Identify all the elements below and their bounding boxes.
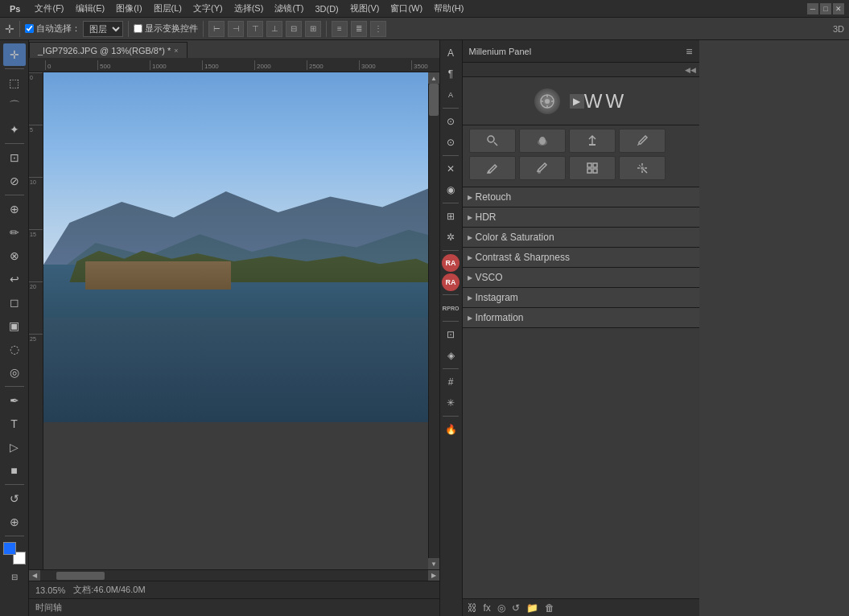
strip-icon-pro[interactable]: RPRO: [441, 298, 460, 318]
align-center-h-icon[interactable]: ⊣: [228, 21, 244, 37]
section-instagram-header[interactable]: ▶ Instagram: [463, 288, 699, 307]
bottom-folder-icon[interactable]: 📁: [526, 602, 538, 614]
strip-icon-A[interactable]: A: [441, 43, 460, 63]
bottom-adjust-icon[interactable]: ↺: [512, 602, 520, 614]
bottom-link-icon[interactable]: ⛓: [468, 602, 477, 614]
strip-icon-A2[interactable]: A: [441, 85, 460, 105]
strip-icon-hashtag[interactable]: #: [441, 372, 460, 392]
strip-icon-star[interactable]: ✳: [441, 393, 460, 413]
section-hdr-header[interactable]: ▶ HDR: [463, 207, 699, 227]
strip-icon-circle[interactable]: ⊙: [441, 112, 460, 131]
scroll-track-horizontal[interactable]: [40, 571, 428, 581]
text-tool[interactable]: T: [3, 413, 26, 435]
auto-select-checkbox[interactable]: 自动选择： 图层: [25, 21, 123, 37]
menu-layer[interactable]: 图层(L): [149, 1, 187, 16]
section-color-saturation-header[interactable]: ▶ Color & Saturation: [463, 228, 699, 247]
distribute-icon[interactable]: ≡: [332, 21, 348, 37]
panel-icon-search[interactable]: [469, 129, 516, 153]
healing-brush-tool[interactable]: ⊕: [3, 198, 26, 220]
distribute3-icon[interactable]: ⋮: [370, 21, 386, 37]
path-selection-tool[interactable]: ▷: [3, 436, 26, 458]
strip-icon-cube[interactable]: ⊡: [441, 325, 460, 344]
auto-select-input[interactable]: [25, 24, 34, 33]
menu-select[interactable]: 选择(S): [229, 1, 269, 16]
screen-mode-tool[interactable]: ⊟: [3, 565, 26, 588]
strip-icon-tools[interactable]: ✕: [441, 159, 460, 179]
menu-filter[interactable]: 滤镜(T): [270, 1, 308, 16]
blur-tool[interactable]: ◌: [3, 338, 26, 360]
gradient-tool[interactable]: ▣: [3, 314, 26, 337]
panel-icon-brush[interactable]: [619, 129, 666, 153]
panel-icon-grid-squares[interactable]: [569, 156, 616, 180]
move-tool[interactable]: ✛: [3, 43, 26, 66]
eraser-tool[interactable]: ◻: [3, 291, 26, 314]
marquee-tool[interactable]: ⬚: [3, 72, 26, 94]
tab-close-button[interactable]: ×: [174, 47, 178, 55]
scroll-down-button[interactable]: ▼: [428, 558, 439, 569]
foreground-color-swatch[interactable]: [3, 542, 16, 555]
play-button[interactable]: ▶: [570, 94, 584, 109]
strip-icon-paragraph[interactable]: ¶: [441, 64, 460, 84]
eyedropper-tool[interactable]: ⊘: [3, 170, 26, 192]
section-information-header[interactable]: ▶ Information: [463, 308, 699, 327]
strip-icon-ra2[interactable]: RA: [442, 273, 460, 291]
align-center-v-icon[interactable]: ⊟: [286, 21, 302, 37]
panel-menu-button[interactable]: ≡: [686, 45, 692, 58]
align-right-icon[interactable]: ⊤: [247, 21, 263, 37]
scroll-track-vertical[interactable]: [429, 84, 439, 558]
crop-tool[interactable]: ⊡: [3, 146, 26, 169]
align-top-icon[interactable]: ⊥: [266, 21, 282, 37]
strip-icon-ra1[interactable]: RA: [442, 254, 460, 272]
menu-3d[interactable]: 3D(D): [310, 2, 343, 15]
scroll-right-button[interactable]: ▶: [428, 570, 439, 581]
section-vsco-header[interactable]: ▶ VSCO: [463, 268, 699, 287]
show-transform-checkbox[interactable]: 显示变换控件: [134, 23, 198, 35]
history-brush-tool[interactable]: ↩: [3, 268, 26, 290]
menu-edit[interactable]: 编辑(E): [71, 1, 110, 16]
menu-help[interactable]: 帮助(H): [429, 1, 468, 16]
strip-icon-fire[interactable]: 🔥: [441, 420, 460, 439]
menu-text[interactable]: 文字(Y): [188, 1, 228, 16]
menu-file[interactable]: 文件(F): [30, 1, 68, 16]
show-transform-input[interactable]: [134, 24, 142, 33]
align-bottom-icon[interactable]: ⊞: [305, 21, 321, 37]
strip-icon-circle2[interactable]: ⊙: [441, 133, 460, 152]
strip-icon-sphere[interactable]: ◈: [441, 346, 460, 365]
shape-tool[interactable]: ■: [3, 459, 26, 482]
clone-stamp-tool[interactable]: ⊗: [3, 244, 26, 267]
scroll-thumb-vertical[interactable]: [429, 84, 439, 116]
section-retouch-header[interactable]: ▶ Retouch: [463, 187, 699, 207]
scroll-up-button[interactable]: ▲: [428, 72, 439, 84]
strip-icon-layers[interactable]: ◉: [441, 180, 460, 199]
minimize-button[interactable]: ─: [807, 3, 818, 14]
maximize-button[interactable]: □: [820, 3, 831, 14]
close-button[interactable]: ✕: [833, 3, 844, 14]
magic-wand-tool[interactable]: ✦: [3, 118, 26, 141]
pen-tool[interactable]: ✒: [3, 389, 26, 412]
bottom-trash-icon[interactable]: 🗑: [545, 602, 554, 614]
layer-select[interactable]: 图层: [83, 21, 123, 37]
document-tab[interactable]: _IGP7926.JPG @ 13%(RGB/8*) * ×: [29, 42, 188, 58]
brush-tool[interactable]: ✏: [3, 221, 26, 244]
strip-icon-grid[interactable]: ⊞: [441, 207, 460, 226]
panel-icon-paint[interactable]: [519, 129, 566, 153]
align-left-icon[interactable]: ⊢: [208, 21, 225, 37]
bottom-fx-icon[interactable]: fx: [484, 602, 491, 614]
panel-icon-wand[interactable]: [619, 156, 666, 180]
menu-view[interactable]: 视图(V): [345, 1, 385, 16]
dodge-tool[interactable]: ◎: [3, 361, 26, 384]
lasso-tool[interactable]: ⌒: [3, 95, 26, 117]
menu-window[interactable]: 窗口(W): [385, 1, 427, 16]
menu-image[interactable]: 图像(I): [111, 1, 146, 16]
panel-icon-pencil[interactable]: [469, 156, 516, 180]
zoom-tool[interactable]: ⊕: [3, 511, 26, 533]
panel-collapse-button[interactable]: ◀◀: [685, 66, 696, 74]
canvas-viewport[interactable]: [43, 72, 428, 569]
panel-icon-pencil2[interactable]: [519, 156, 566, 180]
distribute2-icon[interactable]: ≣: [351, 21, 367, 37]
strip-icon-sun[interactable]: ✲: [441, 228, 460, 247]
section-contrast-sharpness-header[interactable]: ▶ Contrast & Sharpness: [463, 248, 699, 267]
scroll-thumb-horizontal[interactable]: [56, 572, 105, 580]
color-swatches[interactable]: [3, 542, 26, 565]
panel-icon-up-arrow[interactable]: [569, 129, 616, 153]
